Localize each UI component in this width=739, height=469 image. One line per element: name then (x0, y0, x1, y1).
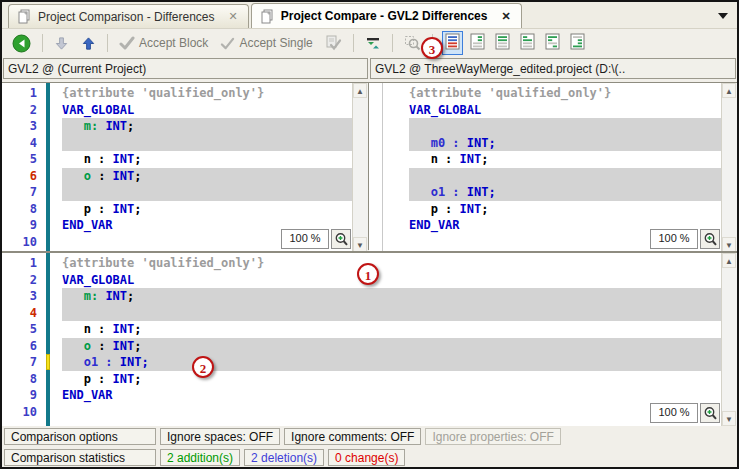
code-line[interactable]: n : INT; (409, 151, 722, 168)
zoom-level-field[interactable]: 100 % (650, 403, 698, 423)
code-token: n : (409, 152, 460, 166)
code-token (62, 289, 84, 303)
code-token: INT (113, 169, 135, 183)
code-line[interactable]: END_VAR (62, 387, 722, 404)
accept-single-button[interactable]: Accept Single (216, 33, 316, 53)
tab-label: Project Comparison - Differences (38, 10, 215, 24)
code-line[interactable]: n : INT; (62, 151, 353, 168)
tab-project-comparison[interactable]: Project Comparison - Differences ✕ (8, 4, 249, 28)
code-line[interactable]: o1 : INT; (62, 354, 722, 371)
code-line[interactable]: {attribute 'qualified_only'} (62, 85, 353, 102)
comparison-statistics-label: Comparison statistics (4, 449, 156, 466)
magnifier-icon (703, 406, 718, 421)
current-project-code-pane: 12345678910 {attribute 'qualified_only'}… (2, 82, 368, 252)
code-line[interactable]: VAR_GLOBAL (409, 102, 722, 119)
code-line[interactable] (62, 184, 353, 201)
code-line[interactable] (409, 168, 722, 185)
accept-block-button[interactable]: Accept Block (115, 33, 212, 53)
code-line[interactable]: p : INT; (62, 371, 722, 388)
line-number: 2 (2, 102, 42, 119)
view-mode-button-6[interactable] (567, 31, 588, 55)
code-line[interactable] (409, 118, 722, 135)
view-mode-button-3[interactable] (492, 31, 513, 55)
line-number: 9 (2, 387, 42, 404)
pane-splitter[interactable] (368, 82, 369, 250)
code-token: INT (105, 289, 127, 303)
view-mode-button-5[interactable] (542, 31, 563, 55)
scroll-down-icon[interactable]: ▼ (353, 237, 367, 252)
scroll-down-icon[interactable]: ▼ (722, 237, 736, 252)
view-mode-icon (544, 33, 561, 50)
zoom-button[interactable] (700, 229, 720, 249)
line-number: 5 (2, 321, 42, 338)
tab-close-icon[interactable]: ✕ (229, 10, 238, 23)
toolbar-separator (107, 34, 108, 52)
code-line[interactable]: o : INT; (62, 338, 722, 355)
back-button[interactable] (8, 31, 35, 56)
scroll-up-icon[interactable]: ▲ (722, 253, 736, 268)
code-token: ; (481, 202, 488, 216)
right-pane-title: GVL2 @ ThreeWayMerge_edited.project (D:\… (375, 62, 625, 76)
code-line[interactable]: {attribute 'qualified_only'} (62, 255, 722, 272)
code-token (62, 339, 84, 353)
code-line[interactable]: o1 : INT; (409, 184, 722, 201)
zoom-level-field[interactable]: 100 % (281, 229, 329, 249)
difference-marker-icon (365, 35, 381, 51)
tab-close-icon[interactable]: ✕ (501, 10, 510, 23)
previous-difference-button[interactable] (77, 33, 100, 54)
view-mode-icon (569, 33, 586, 50)
vertical-scrollbar[interactable]: ▲ ▼ (352, 83, 368, 252)
vertical-scrollbar[interactable]: ▲ ▼ (721, 253, 737, 426)
tab-project-compare-gvl2[interactable]: Project Compare - GVL2 Differences ✕ (251, 3, 522, 28)
project-compare-window: Project Comparison - Differences ✕ Proje… (0, 0, 739, 469)
code-line[interactable]: n : INT; (62, 321, 722, 338)
code-line[interactable]: p : INT; (62, 201, 353, 218)
zoom-button[interactable] (331, 229, 351, 249)
back-icon (12, 34, 31, 53)
toolbar-separator (392, 34, 393, 52)
code-line[interactable] (62, 135, 353, 152)
vertical-scrollbar[interactable]: ▲ ▼ (721, 83, 737, 252)
code-token: o (84, 339, 91, 353)
code-line[interactable] (62, 404, 722, 421)
tab-list-dropdown-icon[interactable] (718, 13, 728, 19)
view-mode-button-1[interactable] (442, 31, 463, 55)
ignore-comments-toggle[interactable]: Ignore comments: OFF (284, 428, 421, 445)
code-line[interactable]: m: INT; (62, 288, 722, 305)
code-lines: {attribute 'qualified_only'}VAR_GLOBAL m… (383, 85, 722, 250)
code-lines: {attribute 'qualified_only'}VAR_GLOBAL m… (50, 255, 722, 420)
accept-edited-button[interactable] (321, 32, 346, 54)
line-number: 1 (2, 255, 42, 272)
line-numbers: 12345678910 (2, 255, 42, 420)
code-token: p : (62, 202, 113, 216)
scroll-up-icon[interactable]: ▲ (722, 83, 736, 98)
check-icon (119, 36, 135, 50)
code-line[interactable]: VAR_GLOBAL (62, 102, 353, 119)
code-line[interactable]: VAR_GLOBAL (62, 272, 722, 289)
view-mode-button-2[interactable] (467, 31, 488, 55)
scroll-down-icon[interactable]: ▼ (722, 411, 736, 426)
compare-toolbar: Accept Block Accept Single (2, 29, 737, 57)
ignore-properties-toggle[interactable]: Ignore properties: OFF (425, 428, 560, 445)
code-token: m: (84, 119, 98, 133)
zoom-level-field[interactable]: 100 % (650, 229, 698, 249)
code-line[interactable]: m0 : INT; (409, 135, 722, 152)
code-line[interactable]: m: INT; (62, 118, 353, 135)
scroll-up-icon[interactable]: ▲ (353, 83, 367, 98)
ignore-spaces-toggle[interactable]: Ignore spaces: OFF (160, 428, 280, 445)
zoom-button[interactable] (700, 403, 720, 423)
code-line[interactable]: o : INT; (62, 168, 353, 185)
code-line[interactable]: {attribute 'qualified_only'} (409, 85, 722, 102)
code-token: n : (62, 322, 113, 336)
arrow-up-icon (81, 36, 96, 51)
deletions-count: 2 deletion(s) (244, 449, 324, 466)
code-token: p : (62, 372, 113, 386)
code-line[interactable]: p : INT; (409, 201, 722, 218)
code-line[interactable] (62, 305, 722, 322)
next-difference-button[interactable] (50, 33, 73, 54)
view-mode-button-4[interactable] (517, 31, 538, 55)
code-token: INT; (467, 185, 496, 199)
document-icon (260, 9, 275, 24)
code-token: INT (113, 372, 135, 386)
show-differences-button[interactable] (361, 32, 385, 54)
